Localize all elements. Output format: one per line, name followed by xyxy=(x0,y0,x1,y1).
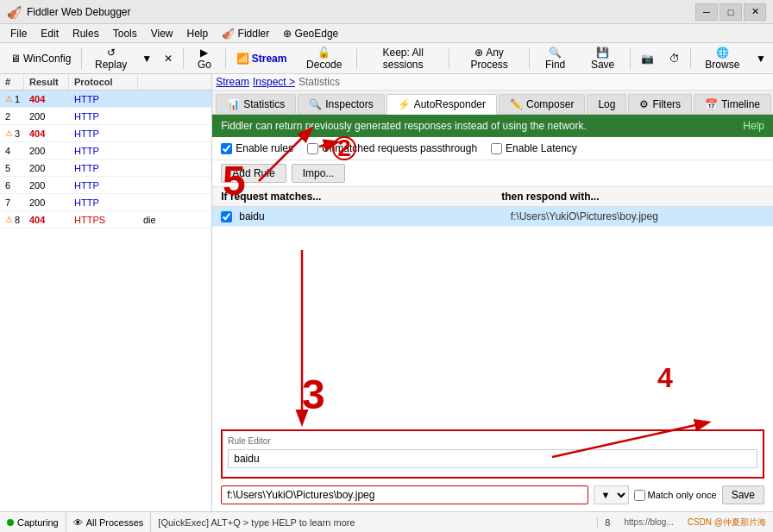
match-once-input[interactable] xyxy=(634,490,645,501)
menu-rules[interactable]: Rules xyxy=(66,26,106,41)
separator6 xyxy=(529,48,530,69)
timeline-icon: 📅 xyxy=(705,98,718,110)
col-result: Result xyxy=(24,74,69,90)
menu-help[interactable]: Help xyxy=(180,26,216,41)
remove-button[interactable]: ✕ xyxy=(157,50,179,67)
enable-rules-checkbox[interactable]: Enable rules xyxy=(221,142,293,154)
menu-view[interactable]: View xyxy=(144,26,180,41)
find-button[interactable]: 🔍 Find xyxy=(533,44,577,73)
cell-result: 200 xyxy=(24,162,69,174)
winconfig-button[interactable]: 🖥 WinConfig xyxy=(3,50,78,67)
cell-result: 200 xyxy=(24,197,69,209)
close-button[interactable]: ✕ xyxy=(744,3,766,21)
help-link[interactable]: Help xyxy=(743,120,764,132)
unmatched-passthrough-checkbox[interactable]: Unmatched requests passthrough xyxy=(307,142,477,154)
col-num: # xyxy=(0,74,24,90)
cell-result: 404 xyxy=(24,93,69,105)
save-button[interactable]: 💾 Save xyxy=(579,44,626,73)
rules-col-left-header: If request matches... xyxy=(221,191,484,203)
cell-protocol: HTTP xyxy=(69,197,138,209)
cell-result: 404 xyxy=(24,214,69,226)
browse-dropdown[interactable]: ▼ xyxy=(752,50,770,67)
session-count: 8 xyxy=(597,517,617,528)
session-row[interactable]: ⚠3 404 HTTP xyxy=(0,125,211,142)
session-row[interactable]: ⚠8 404 HTTPS die xyxy=(0,211,211,228)
match-once-checkbox[interactable]: Match only once xyxy=(634,490,717,501)
menu-file[interactable]: File xyxy=(3,26,34,41)
enable-latency-checkbox[interactable]: Enable Latency xyxy=(491,142,577,154)
app-icon: 🎻 xyxy=(7,5,22,19)
rule-checkbox[interactable] xyxy=(221,211,232,222)
warning-icon: ⚠ xyxy=(5,215,13,224)
sessions-header: # Result Protocol xyxy=(0,74,211,91)
maximize-button[interactable]: □ xyxy=(720,3,742,21)
rule-response-dropdown[interactable]: ▼ xyxy=(594,485,629,504)
tab-inspectors[interactable]: 🔍 Inspectors xyxy=(298,94,384,114)
replay-dropdown[interactable]: ▼ xyxy=(138,50,155,67)
left-panel: # Result Protocol ⚠1 404 HTTP 2 200 HTTP… xyxy=(0,74,212,511)
session-row[interactable]: ⚠1 404 HTTP xyxy=(0,91,211,108)
session-row[interactable]: 5 200 HTTP xyxy=(0,160,211,177)
import-button[interactable]: Impo... xyxy=(292,164,346,183)
stream-button[interactable]: 📶 Stream xyxy=(229,50,294,67)
menu-geoedge[interactable]: ⊕ GeoEdge xyxy=(276,26,345,41)
enable-rules-input[interactable] xyxy=(221,143,232,154)
cell-protocol: HTTP xyxy=(69,179,138,191)
separator2 xyxy=(183,48,184,69)
rule-row[interactable]: baidu f:\Users\YukiO\Pictures\boy.jpeg xyxy=(212,207,773,227)
rule-response: f:\Users\YukiO\Pictures\boy.jpeg xyxy=(493,210,764,222)
cell-num: ⚠3 xyxy=(0,128,24,140)
session-row[interactable]: 7 200 HTTP xyxy=(0,194,211,211)
add-rule-button[interactable]: Add Rule xyxy=(221,164,286,183)
browse-button[interactable]: 🌐 Browse xyxy=(694,44,751,73)
cell-num: ⚠1 xyxy=(0,93,24,105)
cell-host xyxy=(138,133,211,135)
keep-sessions-button[interactable]: Keep: All sessions xyxy=(361,44,446,73)
decode-button[interactable]: 🔓 Decode xyxy=(295,44,353,73)
rule-editor: Rule Editor xyxy=(221,429,764,479)
tab-filters[interactable]: ⚙ Filters xyxy=(628,94,692,114)
inspectors-icon: 🔍 xyxy=(309,98,322,110)
rule-save-button[interactable]: Save xyxy=(722,485,764,504)
cell-host: die xyxy=(138,214,211,226)
cell-host xyxy=(138,116,211,117)
menu-edit[interactable]: Edit xyxy=(34,26,66,41)
composer-icon: ✏️ xyxy=(510,98,523,110)
session-row[interactable]: 4 200 HTTP xyxy=(0,142,211,160)
rule-editor-label: Rule Editor xyxy=(228,436,757,446)
breadcrumb-inspect[interactable]: Inspect > xyxy=(253,76,295,88)
any-process-button[interactable]: ⊕ Any Process xyxy=(453,44,525,73)
rule-response-input[interactable] xyxy=(221,485,588,504)
tab-timeline[interactable]: 📅 Timeline xyxy=(694,94,771,114)
match-once-label: Match only once xyxy=(648,490,717,500)
tab-composer[interactable]: ✏️ Composer xyxy=(499,94,585,114)
action-bar: Add Rule Impo... xyxy=(212,160,773,187)
menu-tools[interactable]: Tools xyxy=(106,26,144,41)
cell-num: 5 xyxy=(0,162,24,174)
filters-icon: ⚙ xyxy=(639,98,649,110)
camera-button[interactable]: 📷 xyxy=(634,50,661,67)
session-row[interactable]: 2 200 HTTP xyxy=(0,108,211,125)
tab-bar: 📊 Statistics 🔍 Inspectors ⚡ AutoResponde… xyxy=(212,91,773,115)
tab-statistics[interactable]: 📊 Statistics xyxy=(216,94,296,114)
capture-dot xyxy=(7,519,14,526)
timer-button[interactable]: ⏱ xyxy=(663,50,687,67)
tab-autoresponder[interactable]: ⚡ AutoResponder xyxy=(386,94,497,115)
warning-icon: ⚠ xyxy=(5,94,13,103)
cell-protocol: HTTP xyxy=(69,93,138,105)
session-row[interactable]: 6 200 HTTP xyxy=(0,177,211,194)
rule-editor-match-input[interactable] xyxy=(228,449,757,468)
unmatched-passthrough-input[interactable] xyxy=(307,143,318,154)
menu-fiddler[interactable]: 🎻 Fiddler xyxy=(215,26,276,41)
cell-host xyxy=(138,150,211,152)
enable-latency-input[interactable] xyxy=(491,143,502,154)
tab-log[interactable]: Log xyxy=(587,94,626,114)
col-protocol: Protocol xyxy=(69,74,138,90)
replay-button[interactable]: ↺ Replay xyxy=(85,44,136,73)
minimize-button[interactable]: ─ xyxy=(695,3,718,21)
status-bar: Capturing 👁 All Processes [QuickExec] AL… xyxy=(0,511,773,532)
statistics-icon: 📊 xyxy=(227,98,240,110)
breadcrumb-stream[interactable]: Stream xyxy=(216,76,249,88)
go-button[interactable]: ▶ Go xyxy=(187,44,222,73)
separator3 xyxy=(225,48,226,69)
